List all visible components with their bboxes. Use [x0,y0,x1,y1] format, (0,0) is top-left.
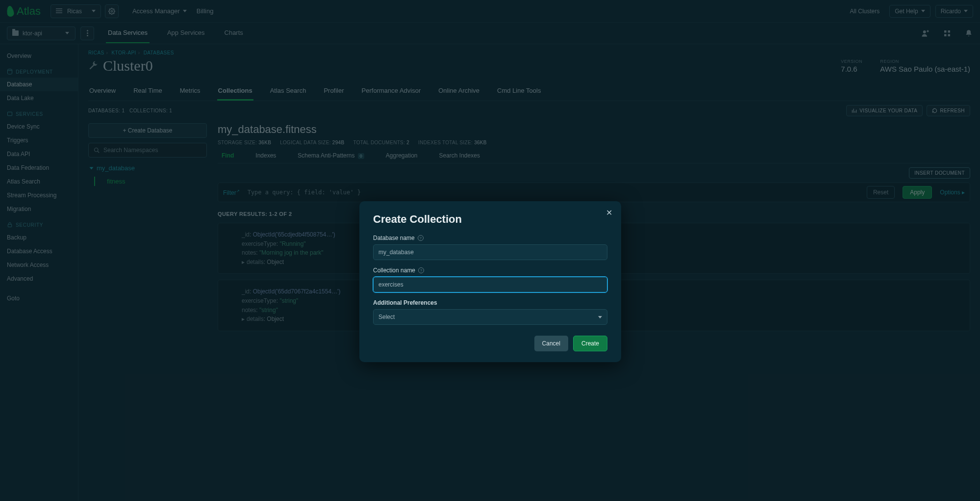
database-name-input[interactable] [373,244,607,260]
modal-title: Create Collection [373,213,607,226]
collection-name-input[interactable] [373,277,607,292]
create-button[interactable]: Create [573,336,607,351]
close-modal-button[interactable]: ✕ [606,208,612,217]
additional-preferences-label: Additional Preferences [373,299,607,306]
chevron-down-icon [598,316,602,318]
additional-preferences-select[interactable]: Select [373,309,607,325]
create-collection-modal: ✕ Create Collection Database name ? Coll… [359,201,621,362]
database-name-label: Database name ? [373,235,607,241]
preference-selected: Select [378,314,395,320]
help-icon[interactable]: ? [418,267,424,273]
help-icon[interactable]: ? [418,235,424,241]
collection-name-label: Collection name ? [373,267,607,274]
cancel-button[interactable]: Cancel [534,336,568,351]
